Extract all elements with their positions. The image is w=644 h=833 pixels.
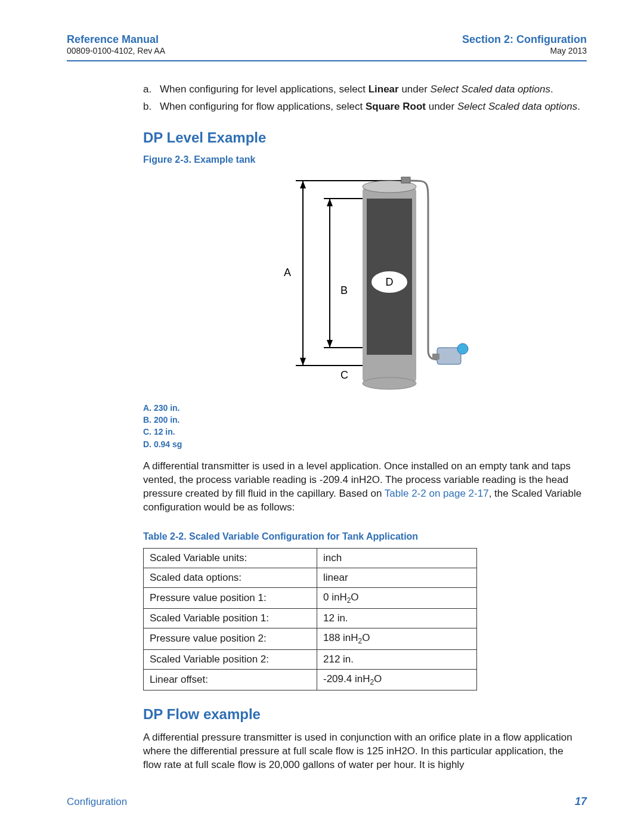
table-cell-value: linear (317, 568, 477, 587)
text-span: under (426, 101, 457, 112)
text-italic: Select Scaled data options (457, 101, 577, 112)
legend-b: B. 200 in. (143, 414, 582, 426)
svg-marker-3 (300, 181, 306, 188)
header-left-title: Reference Manual (67, 33, 165, 46)
value-post: O (362, 632, 370, 643)
svg-marker-9 (327, 340, 333, 348)
table-cell-key: Scaled Variable position 1: (144, 609, 317, 628)
table-cross-ref-link[interactable]: Table 2-2 on page 2-17 (385, 488, 489, 499)
value-pre: 0 inH (323, 592, 347, 603)
list-marker: b. (143, 100, 160, 114)
table-row: Scaled data options: linear (144, 568, 477, 587)
svg-point-13 (363, 377, 416, 389)
header-right-sub: May 2013 (462, 46, 587, 55)
table-row: Pressure value position 2: 188 inH2O (144, 628, 477, 649)
table-cell-key: Linear offset: (144, 669, 317, 690)
scaled-variable-table: Scaled Variable units: inch Scaled data … (143, 548, 477, 690)
figure-caption: Figure 2-3. Example tank (143, 154, 582, 165)
table-row: Pressure value position 1: 0 inH2O (144, 587, 477, 608)
table-cell-key: Pressure value position 1: (144, 587, 317, 608)
list-item-b: b. When configuring for flow application… (143, 100, 582, 114)
value-pre: 188 inH (323, 632, 358, 643)
header-left-sub: 00809-0100-4102, Rev AA (67, 46, 165, 55)
table-cell-value: -209.4 inH2O (317, 669, 477, 690)
legend-a: A. 230 in. (143, 402, 582, 414)
footer-section-name: Configuration (67, 796, 127, 808)
legend-c: C. 12 in. (143, 426, 582, 438)
value-pre: -209.4 inH (323, 673, 370, 685)
list-item-a: a. When configuring for level applicatio… (143, 83, 582, 97)
table-cell-key: Scaled data options: (144, 568, 317, 587)
table-row: Scaled Variable position 1: 12 in. (144, 609, 477, 628)
header-left: Reference Manual 00809-0100-4102, Rev AA (67, 33, 165, 55)
value-post: O (351, 592, 358, 603)
heading-dp-level: DP Level Example (143, 129, 582, 146)
table-cell-key: Scaled Variable position 2: (144, 649, 317, 669)
tank-diagram-icon: A B D (225, 169, 500, 395)
table-row: Linear offset: -209.4 inH2O (144, 669, 477, 690)
svg-point-18 (457, 343, 468, 354)
paragraph-1: A differential transmitter is used in a … (143, 460, 582, 515)
table-cell-value: inch (317, 548, 477, 568)
list-marker: a. (143, 83, 160, 97)
table-cell-value: 12 in. (317, 609, 477, 628)
svg-rect-14 (401, 177, 410, 183)
main-content: a. When configuring for level applicatio… (143, 83, 582, 772)
table-cell-value: 188 inH2O (317, 628, 477, 649)
list-text: When configuring for level applications,… (160, 83, 582, 97)
table-row: Scaled Variable position 2: 212 in. (144, 649, 477, 669)
list-text: When configuring for flow applications, … (160, 100, 582, 114)
text-span: . (550, 83, 553, 95)
text-bold: Square Root (366, 101, 426, 112)
text-span: When configuring for level applications,… (160, 83, 369, 95)
heading-dp-flow: DP Flow example (143, 706, 582, 723)
table-cell-key: Scaled Variable units: (144, 548, 317, 568)
paragraph-2: A differential pressure transmitter is u… (143, 731, 582, 772)
svg-rect-17 (432, 354, 439, 360)
header-right: Section 2: Configuration May 2013 (462, 33, 587, 55)
dim-label-B: B (340, 284, 348, 296)
svg-marker-4 (300, 358, 306, 366)
text-span: under (399, 83, 431, 95)
dim-label-D: D (386, 276, 394, 288)
dim-label-A: A (284, 267, 291, 278)
dim-label-C: C (340, 369, 348, 381)
value-post: O (374, 673, 382, 685)
table-caption: Table 2-2. Scaled Variable Configuration… (143, 531, 582, 542)
page-header: Reference Manual 00809-0100-4102, Rev AA… (67, 33, 587, 61)
figure-legend: A. 230 in. B. 200 in. C. 12 in. D. 0.94 … (143, 402, 582, 450)
text-bold: Linear (369, 83, 399, 95)
text-span: . (577, 101, 580, 112)
footer-page-number: 17 (575, 795, 587, 808)
header-right-title: Section 2: Configuration (462, 33, 587, 46)
figure-tank: A B D (143, 169, 582, 398)
legend-d: D. 0.94 sg (143, 438, 582, 450)
table-cell-key: Pressure value position 2: (144, 628, 317, 649)
table-cell-value: 212 in. (317, 649, 477, 669)
table-cell-value: 0 inH2O (317, 587, 477, 608)
svg-marker-8 (327, 199, 333, 206)
text-span: When configuring for flow applications, … (160, 101, 366, 112)
page-container: Reference Manual 00809-0100-4102, Rev AA… (0, 0, 644, 833)
text-italic: Select Scaled data options (431, 83, 550, 95)
table-row: Scaled Variable units: inch (144, 548, 477, 568)
